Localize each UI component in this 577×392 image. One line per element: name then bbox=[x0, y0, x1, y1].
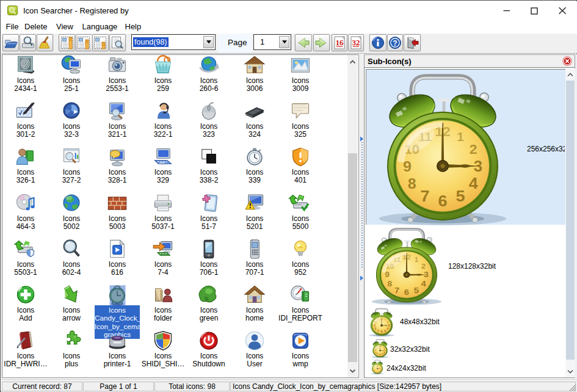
svg-text:2: 2 bbox=[470, 141, 477, 157]
svg-text:6: 6 bbox=[438, 192, 447, 210]
svg-text:6: 6 bbox=[379, 354, 380, 356]
svg-text:5: 5 bbox=[455, 187, 465, 205]
svg-text:7: 7 bbox=[420, 187, 429, 205]
svg-text:8: 8 bbox=[388, 280, 393, 288]
svg-text:6: 6 bbox=[404, 288, 409, 297]
svg-text:5: 5 bbox=[382, 353, 383, 355]
svg-text:1: 1 bbox=[415, 256, 418, 263]
svg-text:4: 4 bbox=[383, 352, 385, 354]
svg-text:32: 32 bbox=[352, 38, 360, 47]
svg-text:7: 7 bbox=[377, 353, 379, 355]
svg-text:4: 4 bbox=[421, 279, 426, 288]
svg-text:8: 8 bbox=[408, 175, 416, 192]
svg-text:8: 8 bbox=[375, 327, 377, 330]
svg-text:1: 1 bbox=[457, 129, 464, 143]
svg-text:9: 9 bbox=[374, 324, 376, 327]
svg-text:?: ? bbox=[393, 39, 397, 48]
svg-text:3: 3 bbox=[384, 349, 385, 352]
svg-text:5: 5 bbox=[384, 329, 386, 333]
svg-text:4: 4 bbox=[387, 327, 389, 330]
svg-text:4: 4 bbox=[469, 174, 478, 192]
svg-text:3: 3 bbox=[388, 324, 390, 327]
svg-text:2: 2 bbox=[421, 262, 426, 270]
svg-text:5: 5 bbox=[414, 285, 419, 294]
svg-text:16: 16 bbox=[335, 38, 344, 47]
svg-text:6: 6 bbox=[380, 330, 382, 334]
svg-text:7: 7 bbox=[377, 329, 379, 333]
svg-text:8: 8 bbox=[376, 352, 377, 354]
svg-text:7: 7 bbox=[394, 285, 399, 294]
